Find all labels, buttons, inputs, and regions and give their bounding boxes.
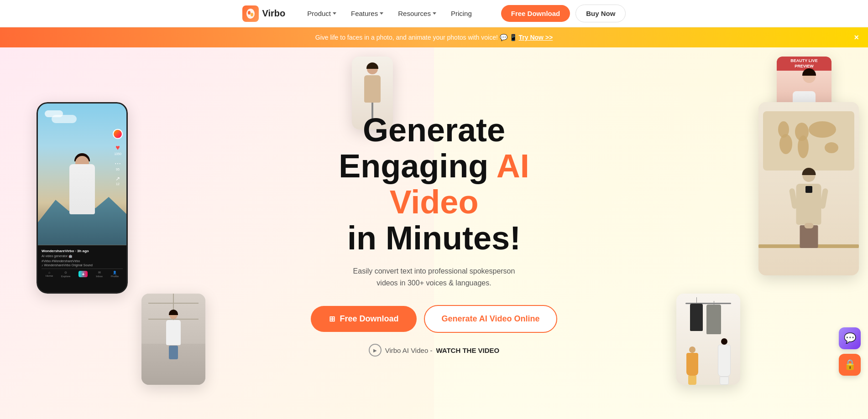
navbar: Virbo Product Features Resources Pricing… [0, 0, 868, 27]
nav-buy-now-button[interactable]: Buy Now [575, 5, 626, 22]
svg-point-1 [248, 11, 251, 15]
announcement-banner: Give life to faces in a photo, and anima… [0, 27, 868, 47]
float-img-room-person [141, 294, 205, 385]
play-circle-icon: ▶ [369, 344, 382, 357]
svg-point-7 [809, 121, 836, 138]
phone-share-icon: ↗ 12 [115, 176, 120, 186]
svg-point-6 [779, 134, 792, 154]
nav-right: Free Download Buy Now [501, 5, 626, 22]
logo-text: Virbo [262, 8, 286, 19]
nav-item-features[interactable]: Features [351, 10, 383, 17]
windows-icon: ⊞ [329, 315, 335, 323]
phone-nav: ⌂Home ⊙Explore + ✉Inbox 👤Profile [42, 269, 123, 278]
hero-generate-online-button[interactable]: Generate AI Video Online [424, 305, 557, 333]
banner-try-now-link[interactable]: Try Now >> [518, 34, 553, 41]
float-img-tiktok-phone: ♥ 1350 ⋯ 95 ↗ 12 WondershareVirbo · 3h a… [37, 102, 128, 294]
phone-actions: ♥ 1350 ⋯ 95 ↗ 12 [113, 129, 123, 186]
float-img-man-map [758, 102, 859, 275]
support-widget-button[interactable]: 🔒 [839, 354, 861, 376]
phone-profile-pic [113, 129, 123, 139]
nav-item-resources[interactable]: Resources [398, 10, 436, 17]
phone-frame: ♥ 1350 ⋯ 95 ↗ 12 WondershareVirbo · 3h a… [37, 102, 128, 294]
chevron-icon [380, 12, 383, 15]
chevron-icon [433, 12, 436, 15]
phone-ui-bar: WondershareVirbo · 3h ago AI video gener… [38, 245, 126, 293]
beauty-card-header: BEAUTY LIVE PREVIEW [777, 57, 831, 71]
banner-close-button[interactable]: × [854, 33, 859, 42]
logo-icon [242, 5, 259, 22]
hero-buttons: ⊞ Free Download Generate AI Video Online [297, 305, 571, 333]
hero-subtitle: Easily convert text into professional sp… [297, 265, 571, 289]
phone-like-icon: ♥ 1350 [114, 144, 121, 155]
hero-watch-video[interactable]: ▶ Virbo AI Video - WATCH THE VIDEO [297, 344, 571, 357]
nav-item-product[interactable]: Product [307, 10, 336, 17]
nav-free-download-button[interactable]: Free Download [501, 5, 570, 22]
svg-point-2 [251, 13, 253, 16]
world-map-svg [763, 111, 854, 171]
phone-comment-icon: ⋯ 95 [115, 160, 121, 171]
svg-point-0 [246, 9, 255, 19]
hero-free-download-button[interactable]: ⊞ Free Download [311, 306, 417, 332]
float-img-fashion [676, 294, 740, 385]
svg-point-8 [825, 142, 838, 153]
nav-item-pricing[interactable]: Pricing [451, 10, 472, 17]
hero-center: Generate Engaging AI Video in Minutes! E… [288, 85, 580, 384]
phone-video-bg: ♥ 1350 ⋯ 95 ↗ 12 [38, 103, 126, 245]
logo[interactable]: Virbo [242, 5, 286, 22]
sidebar-widgets: 💬 🔒 [839, 327, 861, 376]
banner-text: Give life to faces in a photo, and anima… [315, 34, 553, 41]
svg-point-4 [798, 135, 809, 158]
chevron-icon [333, 12, 336, 15]
chat-widget-button[interactable]: 💬 [839, 327, 861, 349]
hero-section: BEAUTY LIVE PREVIEW [0, 47, 868, 419]
person-in-video [64, 163, 100, 245]
hero-title: Generate Engaging AI Video in Minutes! [297, 112, 571, 257]
nav-inner: Virbo Product Features Resources Pricing… [242, 5, 626, 22]
